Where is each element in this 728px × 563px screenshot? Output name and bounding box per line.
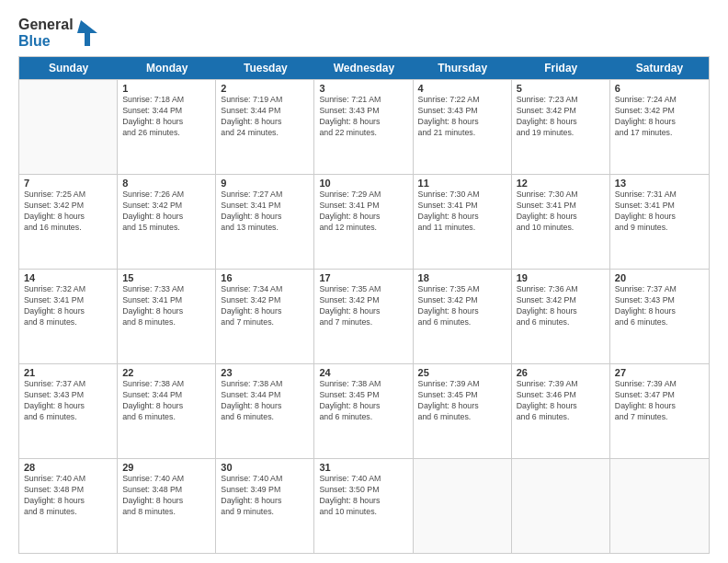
header-day-thursday: Thursday <box>414 57 512 79</box>
calendar-body: 1Sunrise: 7:18 AM Sunset: 3:44 PM Daylig… <box>19 79 709 553</box>
header: General Blue <box>18 17 710 49</box>
calendar-cell: 23Sunrise: 7:38 AM Sunset: 3:44 PM Dayli… <box>216 364 314 458</box>
calendar-cell: 3Sunrise: 7:21 AM Sunset: 3:43 PM Daylig… <box>314 80 413 174</box>
day-number: 14 <box>24 272 112 283</box>
calendar-row-5: 28Sunrise: 7:40 AM Sunset: 3:48 PM Dayli… <box>19 458 709 553</box>
day-info: Sunrise: 7:35 AM Sunset: 3:42 PM Dayligh… <box>319 284 407 328</box>
day-number: 2 <box>221 83 309 94</box>
day-number: 8 <box>122 178 210 189</box>
calendar-cell: 30Sunrise: 7:40 AM Sunset: 3:49 PM Dayli… <box>216 459 314 553</box>
day-number: 23 <box>221 367 309 378</box>
day-number: 30 <box>221 462 309 473</box>
day-number: 27 <box>615 367 704 378</box>
day-info: Sunrise: 7:33 AM Sunset: 3:41 PM Dayligh… <box>122 284 210 328</box>
header-day-friday: Friday <box>512 57 610 79</box>
day-info: Sunrise: 7:22 AM Sunset: 3:43 PM Dayligh… <box>418 95 506 139</box>
day-info: Sunrise: 7:40 AM Sunset: 3:48 PM Dayligh… <box>24 474 112 518</box>
day-info: Sunrise: 7:25 AM Sunset: 3:42 PM Dayligh… <box>24 190 112 234</box>
day-number: 31 <box>319 462 407 473</box>
day-number: 4 <box>418 83 506 94</box>
day-info: Sunrise: 7:40 AM Sunset: 3:50 PM Dayligh… <box>319 474 407 518</box>
svg-marker-0 <box>77 20 97 46</box>
day-info: Sunrise: 7:24 AM Sunset: 3:42 PM Dayligh… <box>615 95 704 139</box>
day-info: Sunrise: 7:23 AM Sunset: 3:42 PM Dayligh… <box>517 95 605 139</box>
day-number: 28 <box>24 462 112 473</box>
calendar-cell: 20Sunrise: 7:37 AM Sunset: 3:43 PM Dayli… <box>610 270 709 363</box>
day-number: 25 <box>418 367 506 378</box>
day-number: 16 <box>221 272 309 283</box>
calendar-cell: 9Sunrise: 7:27 AM Sunset: 3:41 PM Daylig… <box>216 175 314 269</box>
calendar-cell: 14Sunrise: 7:32 AM Sunset: 3:41 PM Dayli… <box>19 270 118 363</box>
day-number: 26 <box>517 367 605 378</box>
calendar-cell: 28Sunrise: 7:40 AM Sunset: 3:48 PM Dayli… <box>19 459 118 553</box>
day-info: Sunrise: 7:37 AM Sunset: 3:43 PM Dayligh… <box>615 284 704 328</box>
calendar-cell: 5Sunrise: 7:23 AM Sunset: 3:42 PM Daylig… <box>512 80 610 174</box>
logo-chevron-icon <box>77 20 97 46</box>
calendar-cell <box>512 459 610 553</box>
logo-general: General <box>18 17 74 33</box>
day-info: Sunrise: 7:35 AM Sunset: 3:42 PM Dayligh… <box>418 284 506 328</box>
header-day-monday: Monday <box>118 57 216 79</box>
calendar-cell: 4Sunrise: 7:22 AM Sunset: 3:43 PM Daylig… <box>414 80 512 174</box>
header-day-tuesday: Tuesday <box>216 57 314 79</box>
day-info: Sunrise: 7:29 AM Sunset: 3:41 PM Dayligh… <box>319 190 407 234</box>
day-info: Sunrise: 7:21 AM Sunset: 3:43 PM Dayligh… <box>319 95 407 139</box>
logo-blue: Blue <box>18 33 74 50</box>
day-info: Sunrise: 7:30 AM Sunset: 3:41 PM Dayligh… <box>517 190 605 234</box>
calendar-cell <box>414 459 512 553</box>
logo: General Blue <box>18 17 97 49</box>
day-number: 3 <box>319 83 407 94</box>
calendar-cell: 31Sunrise: 7:40 AM Sunset: 3:50 PM Dayli… <box>314 459 413 553</box>
calendar-cell: 27Sunrise: 7:39 AM Sunset: 3:47 PM Dayli… <box>610 364 709 458</box>
day-info: Sunrise: 7:26 AM Sunset: 3:42 PM Dayligh… <box>122 190 210 234</box>
calendar-cell <box>19 80 118 174</box>
calendar-row-3: 14Sunrise: 7:32 AM Sunset: 3:41 PM Dayli… <box>19 269 709 363</box>
day-number: 17 <box>319 272 407 283</box>
day-number: 20 <box>615 272 704 283</box>
header-day-sunday: Sunday <box>19 57 118 79</box>
day-info: Sunrise: 7:31 AM Sunset: 3:41 PM Dayligh… <box>615 190 704 234</box>
calendar-cell: 16Sunrise: 7:34 AM Sunset: 3:42 PM Dayli… <box>216 270 314 363</box>
day-info: Sunrise: 7:38 AM Sunset: 3:45 PM Dayligh… <box>319 379 407 423</box>
calendar-cell: 7Sunrise: 7:25 AM Sunset: 3:42 PM Daylig… <box>19 175 118 269</box>
calendar-row-2: 7Sunrise: 7:25 AM Sunset: 3:42 PM Daylig… <box>19 174 709 269</box>
day-number: 29 <box>122 462 210 473</box>
calendar-row-4: 21Sunrise: 7:37 AM Sunset: 3:43 PM Dayli… <box>19 363 709 458</box>
calendar-cell: 13Sunrise: 7:31 AM Sunset: 3:41 PM Dayli… <box>610 175 709 269</box>
calendar-cell: 19Sunrise: 7:36 AM Sunset: 3:42 PM Dayli… <box>512 270 610 363</box>
calendar-cell: 21Sunrise: 7:37 AM Sunset: 3:43 PM Dayli… <box>19 364 118 458</box>
calendar-cell: 2Sunrise: 7:19 AM Sunset: 3:44 PM Daylig… <box>216 80 314 174</box>
header-day-saturday: Saturday <box>610 57 709 79</box>
day-number: 9 <box>221 178 309 189</box>
day-number: 11 <box>418 178 506 189</box>
day-number: 7 <box>24 178 112 189</box>
day-info: Sunrise: 7:38 AM Sunset: 3:44 PM Dayligh… <box>122 379 210 423</box>
day-info: Sunrise: 7:40 AM Sunset: 3:48 PM Dayligh… <box>122 474 210 518</box>
calendar-cell: 10Sunrise: 7:29 AM Sunset: 3:41 PM Dayli… <box>314 175 413 269</box>
day-info: Sunrise: 7:37 AM Sunset: 3:43 PM Dayligh… <box>24 379 112 423</box>
day-info: Sunrise: 7:39 AM Sunset: 3:47 PM Dayligh… <box>615 379 704 423</box>
day-number: 24 <box>319 367 407 378</box>
day-info: Sunrise: 7:30 AM Sunset: 3:41 PM Dayligh… <box>418 190 506 234</box>
calendar: SundayMondayTuesdayWednesdayThursdayFrid… <box>18 56 710 554</box>
day-number: 5 <box>517 83 605 94</box>
day-info: Sunrise: 7:36 AM Sunset: 3:42 PM Dayligh… <box>517 284 605 328</box>
page: General Blue SundayMondayTuesdayWednesda… <box>0 0 728 563</box>
day-number: 6 <box>615 83 704 94</box>
day-info: Sunrise: 7:38 AM Sunset: 3:44 PM Dayligh… <box>221 379 309 423</box>
calendar-cell: 26Sunrise: 7:39 AM Sunset: 3:46 PM Dayli… <box>512 364 610 458</box>
day-number: 12 <box>517 178 605 189</box>
day-info: Sunrise: 7:34 AM Sunset: 3:42 PM Dayligh… <box>221 284 309 328</box>
calendar-cell: 8Sunrise: 7:26 AM Sunset: 3:42 PM Daylig… <box>118 175 216 269</box>
day-info: Sunrise: 7:27 AM Sunset: 3:41 PM Dayligh… <box>221 190 309 234</box>
calendar-cell: 24Sunrise: 7:38 AM Sunset: 3:45 PM Dayli… <box>314 364 413 458</box>
calendar-cell: 29Sunrise: 7:40 AM Sunset: 3:48 PM Dayli… <box>118 459 216 553</box>
calendar-cell <box>610 459 709 553</box>
day-number: 21 <box>24 367 112 378</box>
day-info: Sunrise: 7:39 AM Sunset: 3:46 PM Dayligh… <box>517 379 605 423</box>
calendar-header: SundayMondayTuesdayWednesdayThursdayFrid… <box>19 57 709 79</box>
day-number: 22 <box>122 367 210 378</box>
day-number: 15 <box>122 272 210 283</box>
calendar-cell: 12Sunrise: 7:30 AM Sunset: 3:41 PM Dayli… <box>512 175 610 269</box>
day-info: Sunrise: 7:40 AM Sunset: 3:49 PM Dayligh… <box>221 474 309 518</box>
